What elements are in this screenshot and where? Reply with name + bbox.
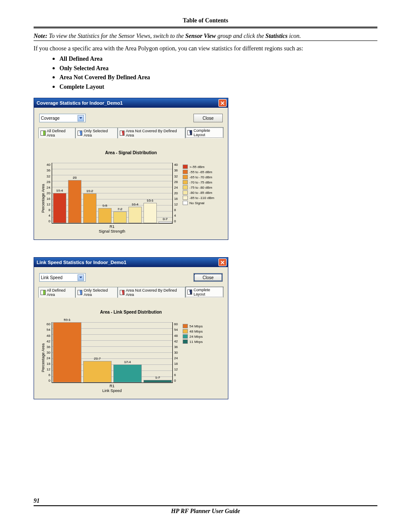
y-tick: 18: [47, 362, 50, 366]
y-tick: 0: [174, 379, 178, 383]
tab-complete-layout[interactable]: Complete Layout: [185, 127, 224, 138]
bar: 59.1: [53, 322, 81, 383]
pie-icon: [78, 131, 83, 136]
window-title: Coverage Statistics for Indoor_Demo1: [37, 100, 123, 106]
list-item: All Defined Area: [59, 54, 377, 63]
tab-all-defined-area[interactable]: All Defined Area: [38, 287, 75, 298]
legend-swatch: [183, 170, 188, 174]
bar-label: 59.1: [64, 318, 71, 322]
y-tick: 30: [174, 351, 178, 355]
legend-item: No Signal: [183, 201, 214, 205]
chart-title: Area - Signal Distribution: [40, 150, 222, 155]
legend-label: -75 to -80 dBm: [190, 186, 212, 190]
y-tick: 42: [174, 339, 178, 343]
close-icon[interactable]: [218, 99, 227, 107]
bar: 9.5: [98, 208, 112, 223]
legend-label: 11 Mbps: [190, 340, 203, 344]
tab-area-not-covered[interactable]: Area Not Covered By Defined Area: [118, 128, 185, 138]
legend-swatch: [183, 329, 188, 333]
bar: 10.4: [128, 207, 142, 223]
bar: 0.7: [159, 221, 172, 223]
legend-label: -70 to -75 dBm: [190, 180, 212, 184]
legend-label: -85 to -110 dBm: [190, 196, 214, 200]
divider: [34, 40, 377, 41]
y-tick: 20: [174, 191, 178, 195]
bar-label: 0.7: [163, 217, 168, 221]
close-icon[interactable]: [218, 258, 227, 266]
close-button[interactable]: Close: [193, 273, 223, 282]
legend-swatch: [183, 196, 188, 200]
bar: 13.1: [143, 203, 157, 224]
chart-signal-distribution: Area - Signal DistributionPercentage Are…: [38, 142, 224, 235]
y-tick: 24: [47, 356, 50, 360]
y-tick: 4: [174, 214, 178, 218]
bar-label: 10.4: [132, 202, 139, 206]
bar-label: 19.2: [87, 189, 93, 193]
legend-swatch: [183, 324, 188, 328]
y-tick: 28: [174, 180, 178, 184]
list-item: Only Selected Area: [59, 63, 377, 73]
legend-swatch: [183, 339, 188, 344]
y-tick: 54: [47, 328, 50, 332]
y-tick: 36: [174, 168, 178, 172]
y-tick: 48: [174, 334, 178, 338]
y-tick: 16: [174, 197, 178, 201]
y-tick: 20: [47, 191, 50, 195]
y-tick: 12: [174, 202, 178, 206]
bar-label: 9.5: [103, 204, 107, 208]
legend-swatch: [183, 201, 188, 205]
legend-label: 54 Mbps: [190, 324, 203, 328]
metric-select[interactable]: Coverage: [39, 114, 86, 122]
metric-select[interactable]: Link Speed: [39, 273, 86, 282]
bar: 19.4: [53, 193, 66, 223]
bar: 1.7: [143, 380, 172, 383]
coverage-stats-window: Coverage Statistics for Indoor_Demo1 Cov…: [34, 98, 228, 240]
bar: 28: [68, 180, 81, 223]
legend-item: 11 Mbps: [183, 339, 203, 344]
legend-swatch: [183, 185, 188, 190]
bar-label: 17.4: [124, 360, 131, 364]
y-tick: 12: [47, 202, 50, 206]
bar-label: 20.7: [94, 357, 101, 361]
y-tick: 60: [47, 322, 50, 326]
y-tick: 36: [47, 168, 50, 172]
legend-label: 24 Mbps: [190, 335, 203, 339]
y-tick: 12: [174, 367, 178, 371]
y-tick: 18: [174, 362, 178, 366]
legend-label: -80 to -85 dBm: [190, 191, 212, 195]
footer-title: HP RF Planner User Guide: [34, 508, 377, 515]
legend-item: -55 to -65 dBm: [183, 170, 214, 174]
y-tick: 54: [174, 328, 178, 332]
y-tick: 42: [47, 339, 50, 343]
tab-only-selected-area[interactable]: Only Selected Area: [75, 128, 118, 138]
tab-all-defined-area[interactable]: All Defined Area: [38, 128, 75, 138]
legend: 54 Mbps48 Mbps24 Mbps11 Mbps: [179, 322, 203, 393]
legend-label: -65 to -70 dBm: [190, 175, 212, 179]
close-button[interactable]: Close: [193, 114, 223, 122]
y-tick: 60: [174, 322, 178, 326]
intro-text: If you choose a specific area with the A…: [34, 45, 377, 52]
tab-strip: All Defined Area Only Selected Area Area…: [38, 127, 224, 138]
y-tick: 6: [174, 373, 178, 377]
chart-title: Area - Link Speed Distribution: [40, 310, 222, 314]
y-tick: 24: [174, 356, 178, 360]
y-tick: 30: [47, 351, 50, 355]
legend-swatch: [183, 175, 188, 179]
legend-item: -85 to -110 dBm: [183, 196, 214, 200]
note-line: Note: To view the Statistics for the Sen…: [34, 32, 377, 40]
divider: [34, 505, 377, 506]
bar: 7.2: [113, 212, 127, 223]
linkspeed-stats-window: Link Speed Statistics for Indoor_Demo1 L…: [34, 257, 228, 399]
tab-only-selected-area[interactable]: Only Selected Area: [75, 287, 118, 298]
tab-complete-layout[interactable]: Complete Layout: [185, 286, 224, 298]
y-tick: 32: [47, 174, 50, 178]
legend: >-55 dBm-55 to -65 dBm-65 to -70 dBm-70 …: [179, 163, 214, 233]
tab-area-not-covered[interactable]: Area Not Covered By Defined Area: [118, 287, 185, 298]
y-tick: 8: [174, 208, 178, 212]
legend-swatch: [183, 165, 188, 169]
pie-icon: [40, 290, 46, 295]
bullet-list: All Defined Area Only Selected Area Area…: [34, 54, 377, 91]
y-tick: 36: [47, 345, 50, 349]
y-tick: 48: [47, 334, 50, 338]
page-header: Table of Contents: [34, 17, 377, 26]
